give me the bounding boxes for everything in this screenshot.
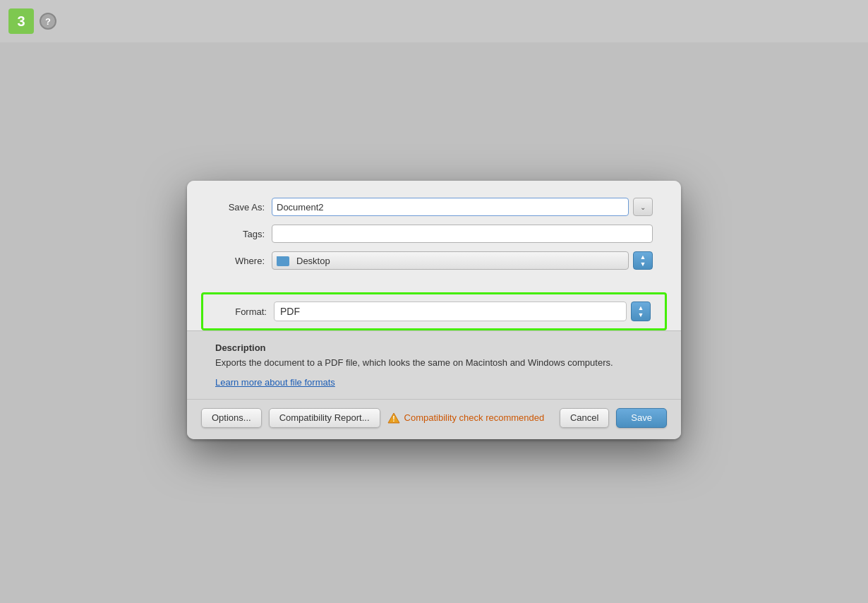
dialog-backdrop: Save As: ⌄ Tags: Where:: [0, 42, 868, 603]
dialog-footer: Options... Compatibility Report... ! Com…: [187, 398, 681, 438]
cancel-button[interactable]: Cancel: [560, 407, 609, 427]
where-stepper[interactable]: ▲ ▼: [633, 251, 653, 270]
format-highlight-box: Format: PDF ▲ ▼: [201, 292, 667, 330]
step-number: 3: [17, 13, 25, 30]
chevron-down-icon: ▼: [638, 311, 644, 318]
description-text: Exports the document to a PDF file, whic…: [215, 356, 653, 369]
help-icon[interactable]: ?: [40, 13, 56, 30]
tags-label: Tags:: [215, 228, 272, 239]
step-badge: 3: [8, 8, 34, 34]
save-button[interactable]: Save: [616, 407, 667, 427]
footer-left-buttons: Options... Compatibility Report... ! Com…: [201, 407, 544, 427]
warning-triangle-icon: !: [387, 412, 400, 423]
compatibility-warning: ! Compatibility check recommended: [387, 407, 545, 427]
chevron-up-icon: ▲: [638, 304, 644, 311]
options-button[interactable]: Options...: [201, 407, 262, 427]
compatibility-warning-text: Compatibility check recommended: [404, 412, 545, 423]
description-section: Description Exports the document to a PD…: [187, 330, 681, 398]
chevron-up-icon: ▲: [640, 253, 646, 260]
chevron-down-icon: ▼: [640, 261, 646, 267]
description-heading: Description: [215, 342, 653, 353]
tags-row: Tags:: [215, 225, 653, 243]
compatibility-report-button[interactable]: Compatibility Report...: [269, 407, 380, 427]
where-row: Where: Desktop ▲ ▼: [215, 251, 653, 270]
save-as-row: Save As: ⌄: [215, 198, 653, 216]
svg-text:!: !: [392, 414, 394, 422]
tags-input-area: [272, 225, 653, 243]
learn-more-link[interactable]: Learn more about file formats: [215, 376, 335, 387]
save-as-input-area: ⌄: [272, 198, 653, 216]
folder-icon: [277, 256, 289, 265]
format-select[interactable]: PDF: [274, 302, 627, 321]
where-label: Where:: [215, 255, 272, 265]
where-input-area: Desktop ▲ ▼: [272, 251, 653, 270]
save-as-label: Save As:: [215, 201, 272, 212]
save-as-dropdown-btn[interactable]: ⌄: [633, 198, 653, 216]
format-stepper[interactable]: ▲ ▼: [631, 302, 651, 321]
dialog-top: Save As: ⌄ Tags: Where:: [187, 181, 681, 292]
footer-right-buttons: Cancel Save: [560, 407, 667, 427]
save-dialog: Save As: ⌄ Tags: Where:: [187, 181, 681, 438]
top-bar: 3 ?: [0, 0, 868, 42]
format-row: Format: PDF ▲ ▼: [217, 302, 651, 321]
chevron-down-icon: ⌄: [640, 203, 646, 210]
save-as-input[interactable]: [272, 198, 629, 216]
format-input-area: PDF ▲ ▼: [274, 302, 651, 321]
tags-input[interactable]: [272, 225, 653, 243]
format-value: PDF: [280, 306, 300, 317]
format-label: Format:: [217, 306, 274, 316]
where-value: Desktop: [296, 255, 330, 265]
where-select[interactable]: Desktop: [272, 251, 629, 270]
